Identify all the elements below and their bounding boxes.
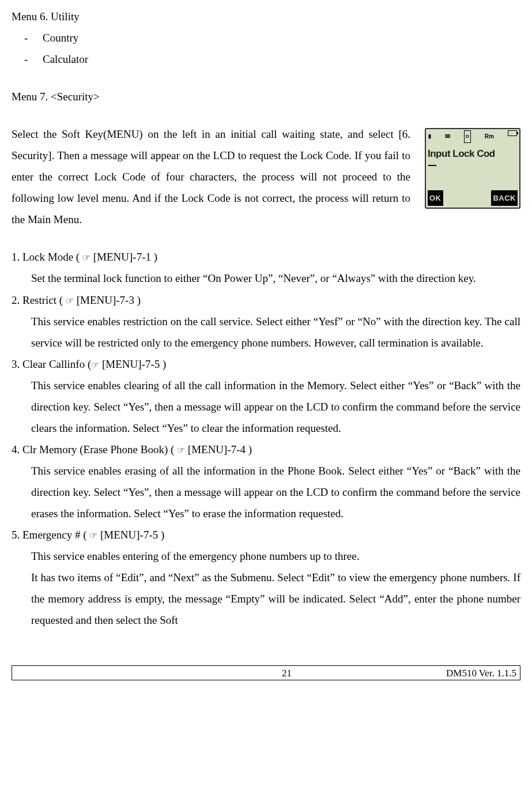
battery-icon: [508, 130, 517, 136]
list-label: Calculator: [43, 48, 88, 70]
hand-icon: [82, 251, 90, 263]
item-num: 3. Clear Callinfo (: [12, 358, 91, 370]
item-num: 5. Emergency # (: [12, 529, 89, 541]
d-icon: D: [464, 130, 471, 142]
lcd-ok-softkey: OK: [428, 190, 443, 206]
lcd-screenshot: D Rm Input Lock Cod OK BACK: [425, 128, 520, 209]
item-clear-callinfo: 3. Clear Callinfo ( [MENU]-7-5 ) This se…: [12, 353, 520, 439]
item-ref: [MENU]-7-3 ): [74, 294, 141, 306]
signal-icon: [428, 130, 431, 142]
list-item: - Country: [24, 27, 520, 48]
doc-version: DM510 Ver. 1.1.5: [446, 664, 520, 681]
item-body: This service enables clearing of all the…: [31, 375, 520, 439]
page-number: 21: [127, 664, 446, 681]
lcd-prompt: Input Lock Cod: [426, 144, 519, 163]
item-body: Set the terminal lock function to either…: [31, 268, 520, 289]
item-body: This service enables erasing of all the …: [31, 460, 520, 524]
hand-icon: [89, 529, 97, 541]
item-body: This service enables restriction on the …: [31, 311, 520, 353]
menu7-intro: Select the Soft Key(MENU) on the left in…: [12, 123, 410, 230]
item-emergency: 5. Emergency # ( [MENU]-7-5 ) This servi…: [12, 524, 520, 631]
rm-icon: Rm: [485, 130, 494, 142]
page-footer: 21 DM510 Ver. 1.1.5: [12, 665, 520, 680]
item-ref: [MENU]-7-5 ): [97, 529, 164, 541]
menu7-title: Menu 7. <Security>: [12, 86, 520, 107]
bullet-dash: -: [24, 27, 43, 48]
list-item: - Calculator: [24, 48, 520, 70]
item-restrict: 2. Restrict ( [MENU]-7-3 ) This service …: [12, 289, 520, 353]
item-body: It has two items of “Edit”, and “Next” a…: [31, 567, 520, 631]
item-ref: [MENU]-7-4 ): [185, 443, 252, 455]
envelope-icon: [445, 130, 450, 142]
list-label: Country: [43, 27, 78, 48]
lcd-cursor: [428, 165, 436, 166]
hand-icon: [177, 443, 185, 455]
item-num: 4. Clr Memory (Erase Phone Book) (: [12, 443, 177, 455]
item-num: 1. Lock Mode (: [12, 251, 82, 263]
item-ref: [MENU]-7-5 ): [99, 358, 166, 370]
item-clr-memory: 4. Clr Memory (Erase Phone Book) ( [MENU…: [12, 439, 520, 524]
item-body: This service enables entering of the eme…: [31, 545, 520, 567]
hand-icon: [66, 294, 74, 306]
item-lock-mode: 1. Lock Mode ( [MENU]-7-1 ) Set the term…: [12, 246, 520, 289]
lcd-back-softkey: BACK: [491, 190, 518, 206]
hand-icon: [91, 358, 99, 370]
item-ref: [MENU]-7-1 ): [90, 251, 157, 263]
lcd-statusbar: D Rm: [426, 129, 519, 144]
menu6-title: Menu 6. Utility: [12, 6, 520, 27]
item-num: 2. Restrict (: [12, 294, 66, 306]
bullet-dash: -: [24, 48, 43, 70]
